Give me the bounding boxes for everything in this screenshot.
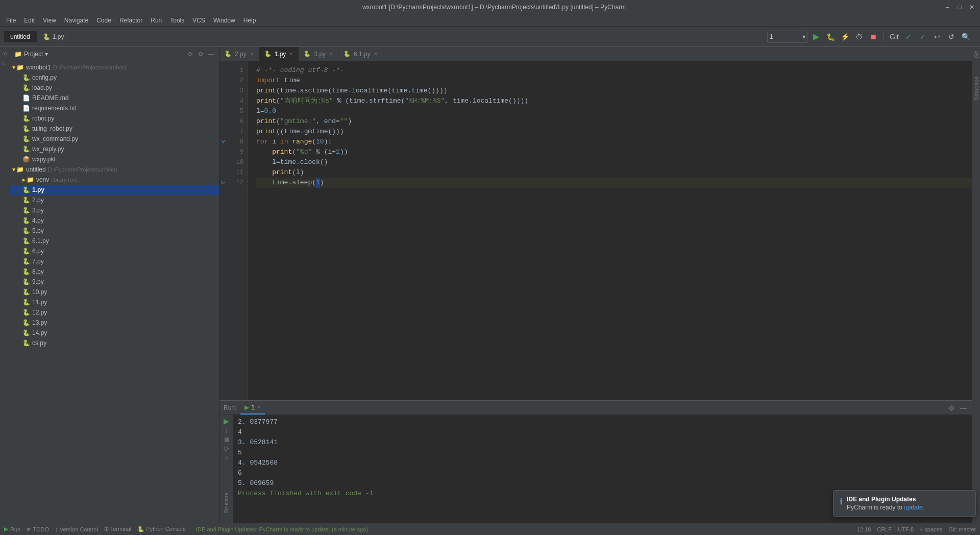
tree-item-1py[interactable]: 🐍 1.py (10, 185, 219, 195)
code-content[interactable]: # -*- coding utf-8 -*- import time print… (248, 61, 972, 400)
run-settings-button[interactable]: ⚙ (947, 404, 955, 412)
tab-2py[interactable]: 🐍 2.py ✕ (219, 47, 259, 61)
tab-61py[interactable]: 🐍 6.1.py ✕ (338, 47, 383, 61)
tree-item-cspy[interactable]: 🐍 cs.py (10, 338, 219, 348)
dump-button[interactable]: ≡ (221, 454, 232, 460)
tab-3py-label: 3.py (314, 51, 326, 58)
close-61py-icon[interactable]: ✕ (374, 52, 378, 57)
tree-item-6py[interactable]: 🐍 6.py (10, 246, 219, 256)
tree-item-config[interactable]: 🐍 config.py (10, 72, 219, 83)
tree-item-wxreply[interactable]: 🐍 wx_reply.py (10, 144, 219, 154)
window-controls[interactable]: – □ ✕ (943, 3, 976, 11)
tab-1py[interactable]: 🐍 1.py ✕ (259, 47, 299, 61)
version-control-status[interactable]: ↕ Version Control (55, 526, 98, 532)
tree-item-9py[interactable]: 🐍 9.py (10, 277, 219, 287)
python-console-status[interactable]: 🐍 Python Console (137, 526, 186, 532)
tree-item-venv[interactable]: ▸ 📁 venv library root (10, 175, 219, 185)
menu-vcs[interactable]: VCS (188, 16, 209, 25)
run-tab-1[interactable]: ▶ 1 ✕ (240, 401, 265, 415)
left-icon-2[interactable]: F (1, 60, 9, 67)
tree-item-wxrobot1[interactable]: ▾ 📁 wxrobot1 D:\PycharmProjects\wxrobot1 (10, 62, 219, 72)
tree-item-wxcmd[interactable]: 🐍 wx_command.py (10, 134, 219, 144)
menu-edit[interactable]: Edit (20, 16, 39, 25)
tab-3py[interactable]: 🐍 3.py ✕ (299, 47, 338, 61)
menu-view[interactable]: View (39, 16, 60, 25)
check2-button[interactable]: ✓ (917, 31, 929, 43)
cog-button[interactable]: ⚙ (197, 50, 205, 58)
editor-area: 🐍 2.py ✕ 🐍 1.py ✕ 🐍 3.py ✕ 🐍 6.1.py ✕ (219, 47, 972, 523)
tree-item-readme[interactable]: 📄 README.md (10, 93, 219, 103)
python-file-icon: 🐍 (43, 33, 51, 40)
project-tab-untitled[interactable]: untitled (4, 31, 37, 42)
tree-item-7py[interactable]: 🐍 7.py (10, 256, 219, 266)
todo-label-status[interactable]: ≡: TODO (27, 526, 49, 532)
title-bar: wxrobot1 [D:\PycharmProjects\wxrobot1] –… (0, 0, 980, 14)
run-close-button[interactable]: — (960, 404, 968, 412)
minimize-button[interactable]: – (943, 3, 951, 11)
tree-item-11py[interactable]: 🐍 11.py (10, 297, 219, 307)
terminal-status[interactable]: ⊞ Terminal (104, 526, 131, 532)
indent-info[interactable]: 4 spaces (920, 526, 942, 532)
close-run-tab-icon[interactable]: ✕ (257, 405, 261, 410)
run-label-status[interactable]: Run (10, 526, 20, 532)
tree-item-requirements[interactable]: 📄 requirements.txt (10, 103, 219, 113)
git-vtab[interactable]: Git (972, 47, 980, 62)
tree-item-load[interactable]: 🐍 load.py (10, 83, 219, 93)
tree-item-robot[interactable]: 🐍 robot.py (10, 113, 219, 124)
left-icon-1[interactable]: S (1, 50, 9, 58)
stop-button[interactable]: ⏹ (867, 31, 879, 43)
tree-item-13py[interactable]: 🐍 13.py (10, 318, 219, 328)
charset[interactable]: UTF-8 (898, 526, 914, 532)
tree-item-12py[interactable]: 🐍 12.py (10, 307, 219, 318)
run-button[interactable]: ▶ (810, 31, 822, 43)
run-config-dropdown[interactable]: 1 ▾ (767, 31, 808, 43)
menu-tools[interactable]: Tools (166, 16, 188, 25)
close-button[interactable]: ✕ (968, 3, 976, 11)
project-tab-1py[interactable]: 🐍 1.py (37, 31, 71, 42)
tree-item-8py[interactable]: 🐍 8.py (10, 266, 219, 277)
undo-button[interactable]: ↺ (945, 31, 958, 43)
scroll-down-button[interactable]: ↓ (221, 426, 232, 434)
tree-item-61py[interactable]: 🐍 6.1.py (10, 236, 219, 246)
line-ending[interactable]: CRLF (877, 526, 892, 532)
git-branch[interactable]: Git: master (948, 526, 976, 532)
close-1py-icon[interactable]: ✕ (289, 52, 293, 57)
maximize-button[interactable]: □ (955, 3, 964, 11)
menu-help[interactable]: Help (239, 16, 260, 25)
revert-button[interactable]: ↩ (931, 31, 943, 43)
git-button[interactable]: Git (888, 31, 900, 43)
menu-navigate[interactable]: Navigate (60, 16, 92, 25)
collapse-button[interactable]: — (207, 50, 215, 58)
tree-item-14py[interactable]: 🐍 14.py (10, 328, 219, 338)
structure-vtab[interactable]: Structure (224, 493, 229, 514)
search-button[interactable]: 🔍 (960, 31, 972, 43)
tree-item-3py[interactable]: 🐍 3.py (10, 205, 219, 215)
menu-window[interactable]: Window (209, 16, 239, 25)
tree-item-tuling[interactable]: 🐍 tuling_robot.py (10, 124, 219, 134)
tree-item-5py[interactable]: 🐍 5.py (10, 226, 219, 236)
check-mark-button[interactable]: ✓ (902, 31, 915, 43)
coverage-button[interactable]: ⚡ (839, 31, 851, 43)
menu-run[interactable]: Run (146, 16, 166, 25)
code-editor[interactable]: ▽ ▷ 1 2 3 4 5 6 7 8 9 10 11 12 (219, 61, 972, 400)
rerun-button[interactable]: ⟳ (221, 445, 232, 453)
profile-button[interactable]: ⏱ (853, 31, 865, 43)
debug-button[interactable]: 🐛 (824, 31, 837, 43)
python-icon: 🐍 (22, 125, 30, 132)
tree-item-wxpypkl[interactable]: 📦 wxpy.pkl (10, 154, 219, 164)
tree-item-2py[interactable]: 🐍 2.py (10, 195, 219, 205)
tree-item-untitled[interactable]: ▾ 📁 untitled D:\PycharmProjects\untitled (10, 164, 219, 175)
database-vtab[interactable]: Database (972, 72, 980, 105)
menu-refactor[interactable]: Refactor (115, 16, 146, 25)
close-3py-icon[interactable]: ✕ (329, 52, 333, 57)
menu-file[interactable]: File (2, 16, 20, 25)
menu-code[interactable]: Code (92, 16, 115, 25)
tree-item-10py[interactable]: 🐍 10.py (10, 287, 219, 297)
cursor-position[interactable]: 12:18 (857, 526, 871, 532)
tree-item-4py[interactable]: 🐍 4.py (10, 215, 219, 226)
notification-link[interactable]: update. (904, 504, 924, 511)
play-button[interactable]: ▶ (221, 417, 232, 425)
stop-run-button[interactable]: ⏹ (221, 435, 232, 444)
sync-button[interactable]: ⟳ (186, 50, 194, 58)
close-2py-icon[interactable]: ✕ (250, 52, 254, 57)
